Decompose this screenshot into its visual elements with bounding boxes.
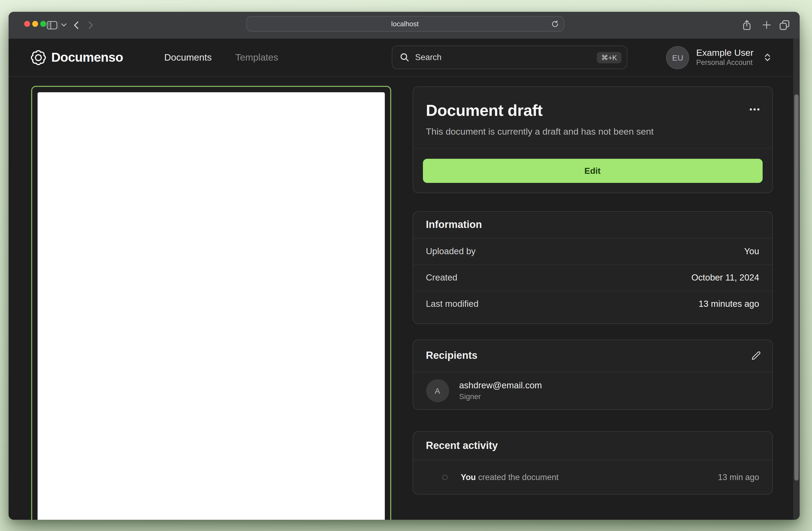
document-status-card: Document draft This document is currentl… xyxy=(412,86,772,193)
recent-activity-title: Recent activity xyxy=(413,431,772,459)
document-detail-page: Document draft This document is currentl… xyxy=(9,77,800,519)
back-button[interactable] xyxy=(71,12,81,38)
tab-overview-button[interactable] xyxy=(778,12,791,38)
scrollbar-track[interactable] xyxy=(793,38,800,519)
account-menu[interactable]: EU Example User Personal Account xyxy=(666,46,771,69)
search-placeholder: Search xyxy=(415,53,591,62)
scrollbar-thumb[interactable] xyxy=(794,94,798,480)
activity-actor: You xyxy=(461,473,476,482)
main-nav: Documents Templates xyxy=(164,38,278,76)
nav-item-documents[interactable]: Documents xyxy=(164,52,212,63)
desktop: localhost xyxy=(0,0,812,531)
account-type: Personal Account xyxy=(696,58,754,68)
documenso-app: Documenso Documents Templates Search ⌘+K xyxy=(9,38,800,519)
document-page[interactable] xyxy=(37,92,385,519)
search-input[interactable]: Search ⌘+K xyxy=(392,46,627,69)
address-bar[interactable]: localhost xyxy=(246,16,564,32)
document-preview-frame xyxy=(31,86,391,519)
info-label: Last modified xyxy=(426,299,478,309)
zoom-button[interactable] xyxy=(40,21,46,27)
recipient-row: A ashdrew@email.com Signer xyxy=(413,372,772,402)
forward-button[interactable] xyxy=(86,12,96,38)
account-name: Example User xyxy=(696,47,754,59)
info-label: Created xyxy=(426,272,457,283)
activity-text: You created the document xyxy=(461,473,718,482)
info-row-created: Created October 11, 2024 xyxy=(413,264,772,291)
forward-arrow-icon xyxy=(88,21,93,29)
recipients-title: Recipients xyxy=(413,340,772,371)
activity-action: created the document xyxy=(478,473,559,482)
sidebar-menu-button[interactable] xyxy=(60,12,68,38)
recent-activity-card: Recent activity You created the document… xyxy=(412,431,772,494)
info-row-last-modified: Last modified 13 minutes ago xyxy=(413,291,772,317)
tabs-icon xyxy=(779,19,790,30)
search-icon xyxy=(400,53,409,62)
search-shortcut-badge: ⌘+K xyxy=(597,52,621,63)
back-arrow-icon xyxy=(73,21,78,29)
recipient-email: ashdrew@email.com xyxy=(459,380,542,391)
document-status-subtitle: This document is currently a draft and h… xyxy=(426,127,759,137)
info-value: October 11, 2024 xyxy=(691,272,759,283)
refresh-icon[interactable] xyxy=(550,20,559,28)
documenso-logo-icon xyxy=(30,49,46,65)
info-value: 13 minutes ago xyxy=(698,299,759,309)
minimize-button[interactable] xyxy=(32,21,38,27)
new-tab-button[interactable] xyxy=(760,12,772,38)
activity-time: 13 min ago xyxy=(718,473,759,482)
recipients-card: Recipients A ashdrew@email.com Signer xyxy=(412,339,772,410)
info-row-uploaded-by: Uploaded by You xyxy=(413,238,772,264)
toolbar-separator xyxy=(58,21,59,29)
edit-button[interactable]: Edit xyxy=(423,159,762,183)
information-title: Information xyxy=(413,211,772,238)
sidebar-icon xyxy=(47,21,57,29)
close-button[interactable] xyxy=(24,21,30,27)
brand-name: Documenso xyxy=(51,50,123,65)
brand-logo[interactable]: Documenso xyxy=(30,38,123,76)
activity-dot-icon xyxy=(442,475,447,480)
nav-item-templates[interactable]: Templates xyxy=(235,52,278,63)
info-value: You xyxy=(744,246,759,256)
more-options-button[interactable] xyxy=(750,108,759,110)
chevron-up-down-icon xyxy=(764,53,771,62)
recipient-role: Signer xyxy=(459,391,542,401)
share-button[interactable] xyxy=(741,12,752,38)
plus-icon xyxy=(762,20,771,29)
document-status-title: Document draft xyxy=(426,101,759,120)
browser-toolbar: localhost xyxy=(9,12,800,38)
browser-window: localhost xyxy=(9,12,800,519)
sidebar-toggle-button[interactable] xyxy=(46,12,58,38)
edit-recipients-button[interactable] xyxy=(751,351,760,360)
info-label: Uploaded by xyxy=(426,246,476,256)
chevron-down-icon xyxy=(61,23,67,27)
app-header: Documenso Documents Templates Search ⌘+K xyxy=(9,38,800,76)
address-bar-url: localhost xyxy=(391,20,419,28)
share-icon xyxy=(742,19,751,30)
activity-row: You created the document 13 min ago xyxy=(413,460,772,494)
user-avatar: EU xyxy=(666,46,689,69)
information-card: Information Uploaded by You Created Octo… xyxy=(412,211,772,324)
recipient-avatar: A xyxy=(426,379,449,402)
